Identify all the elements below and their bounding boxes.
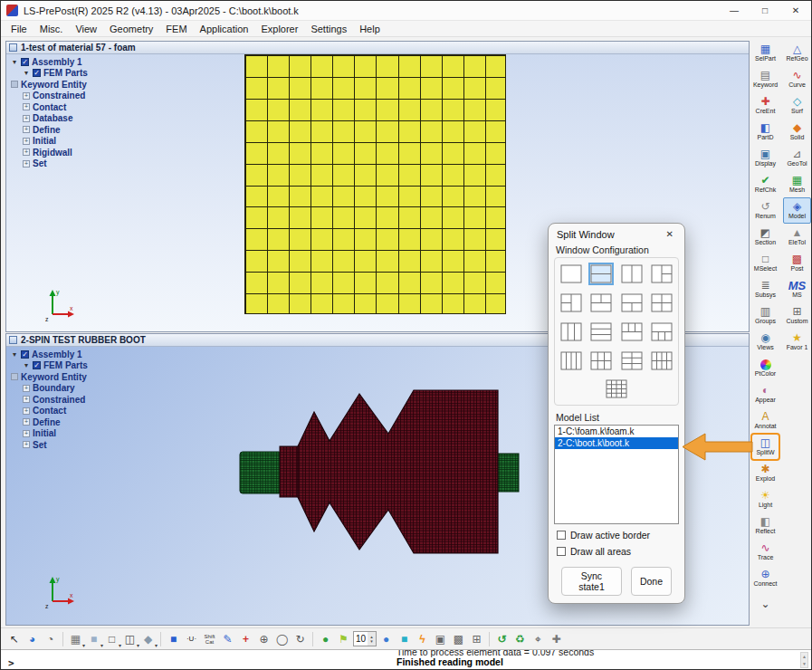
toolbar-button-display[interactable]: ▣Display [751,145,779,171]
split-config-button-4[interactable] [651,264,673,283]
tree-caret-icon[interactable]: ▾ [23,361,30,369]
toolbar-button-post[interactable]: ▩Post [783,250,811,276]
add-element-icon[interactable]: + [237,630,254,648]
toolbar-button-ptcolor[interactable]: PtColor [751,355,779,381]
globe-icon[interactable]: ● [377,630,395,648]
entity-expand-icon[interactable]: + [23,148,30,156]
model-list-item-1[interactable]: 1-C:\foam.k\foam.k [555,426,678,437]
shift-cat-button[interactable]: ShiftCat [201,630,218,648]
split-config-button-15[interactable] [621,351,643,370]
tree-item-boundary[interactable]: +Boundary [9,383,88,395]
menu-item-application[interactable]: Application [194,23,255,35]
tree-caret-icon[interactable]: ▾ [11,350,18,359]
toolbar-button-subsys[interactable]: ≣Subsys [751,276,779,302]
pattern-icon[interactable]: ▩ [450,630,467,648]
center-target-icon[interactable]: ⌖ [530,630,547,648]
split-config-button-12[interactable] [651,322,673,341]
entity-group-icon[interactable] [11,373,18,380]
tree-item-assembly-1[interactable]: ▾✓Assembly 1 [9,56,88,68]
toolbar-button-splitw[interactable]: ◫SplitW [751,434,779,460]
toolbar-button-groups[interactable]: ▥Groups [751,302,779,329]
toolbar-button-refchk[interactable]: ✔RefChk [751,171,779,197]
toolbar-button-appear[interactable]: ◐Appear [751,381,779,407]
green-sphere-icon[interactable]: ● [317,630,334,648]
edge-mode-icon[interactable]: ◫▾ [121,630,139,648]
tree-item-set[interactable]: +Set [9,158,88,170]
checkbox-checked-icon[interactable]: ✓ [33,361,41,369]
spinner-arrows-icon[interactable]: ▴▾ [368,632,376,646]
tree-item-fem-parts[interactable]: ▾✓FEM Parts [9,360,88,372]
wire-mode-icon[interactable]: ▦▾ [67,630,84,648]
log-scrollbar[interactable]: ▲▼ [800,652,808,668]
menu-item-explorer[interactable]: Explorer [254,23,304,35]
checkbox-checked-icon[interactable]: ✓ [21,58,29,66]
tree-item-constrained[interactable]: +Constrained [9,394,88,406]
toolbar-button-partd[interactable]: ◧PartD [751,119,779,145]
snapshot-icon[interactable]: ▣ [432,630,449,648]
tree-item-constrained[interactable]: +Constrained [9,91,88,102]
entity-expand-icon[interactable]: + [23,103,30,110]
close-button[interactable]: ✕ [780,1,811,20]
split-config-button-13[interactable] [560,351,582,370]
toolbar-button-mesh[interactable]: ▦Mesh [783,171,811,197]
minimize-button[interactable]: — [719,1,750,20]
entity-expand-icon[interactable]: + [23,407,30,415]
toolbar-button-curve[interactable]: ∿Curve [783,66,811,92]
measure-cross-icon[interactable]: ✚ [548,630,565,648]
checkbox-checked-icon[interactable]: ✓ [33,69,41,77]
hidden-line-mode-icon[interactable]: □▾ [103,630,120,648]
command-prompt[interactable]: > [8,657,14,669]
model-list-item-2[interactable]: 2-C:\boot.k\boot.k [555,437,678,449]
toolbar-button-reflect[interactable]: ◧Reflect [751,512,779,539]
refresh-icon[interactable]: ↺ [493,630,511,648]
menu-item-help[interactable]: Help [353,23,387,35]
toolbar-button-renum[interactable]: ↺Renum [751,197,779,224]
rotate-view-icon[interactable]: ↻ [291,630,309,648]
tree-item-set[interactable]: +Set [9,439,88,451]
toolbar-button-connect[interactable]: ⊕Connect [751,565,779,591]
split-config-button-9[interactable] [560,322,582,341]
entity-expand-icon[interactable]: + [23,430,30,437]
split-config-button-10[interactable] [590,322,612,341]
tree-item-initial[interactable]: +Initial [9,428,88,440]
zoom-area-icon[interactable]: ◯ [273,630,291,648]
zoom-in-icon[interactable]: ⊕ [255,630,272,648]
unreferenced-toggle-icon[interactable]: ·U· [183,630,200,648]
split-config-button-17[interactable] [606,379,627,398]
toolbar-button-trace[interactable]: ∿Trace [751,539,779,565]
shade-mode-icon[interactable]: ■▾ [85,630,102,648]
tree-caret-icon[interactable]: ▾ [11,58,18,66]
select-pointer-icon[interactable]: ↖ [5,630,23,648]
maximize-button[interactable]: □ [750,1,780,20]
menu-item-view[interactable]: View [69,23,103,35]
view-prism-icon[interactable]: ◆▾ [139,630,157,648]
menu-item-settings[interactable]: Settings [304,23,353,35]
angle-spinner[interactable]: 10▴▾ [353,631,377,646]
toolbar-button-mselect[interactable]: □MSelect [751,250,779,276]
split-config-button-3[interactable] [621,264,643,283]
done-button[interactable]: Done [631,567,672,596]
split-config-button-6[interactable] [590,293,612,312]
checkbox-box-icon[interactable] [557,531,566,540]
recycle-icon[interactable]: ♻ [511,630,529,648]
entity-expand-icon[interactable]: + [23,138,30,145]
split-config-button-11[interactable] [621,322,643,341]
checkbox-box-icon[interactable] [557,547,566,556]
tree-item-define[interactable]: +Define [9,416,88,428]
entity-expand-icon[interactable]: + [23,396,30,403]
menu-item-misc[interactable]: Misc. [33,23,70,35]
tree-item-define[interactable]: +Define [9,124,88,136]
pencil-icon[interactable]: ✎ [219,630,236,648]
entity-expand-icon[interactable]: + [23,92,30,100]
tree-item-initial[interactable]: +Initial [9,136,88,148]
toolbar-button-selpart[interactable]: ▦SelPart [751,40,779,66]
model-list[interactable]: 1-C:\foam.k\foam.k2-C:\boot.k\boot.k [554,425,679,524]
toolbar-button-light[interactable]: ☀Light [751,486,779,512]
tree-item-contact[interactable]: +Contact [9,406,88,417]
split-config-button-14[interactable] [590,351,612,370]
toolbar-button-refgeo[interactable]: △RefGeo [783,40,811,66]
sync-state1-button[interactable]: Sync state1 [561,567,622,596]
tree-item-fem-parts[interactable]: ▾✓FEM Parts [9,68,88,80]
toolbar-button-annotat[interactable]: AAnnotat [751,407,779,434]
tree-item-rigidwall[interactable]: +Rigidwall [9,147,88,158]
